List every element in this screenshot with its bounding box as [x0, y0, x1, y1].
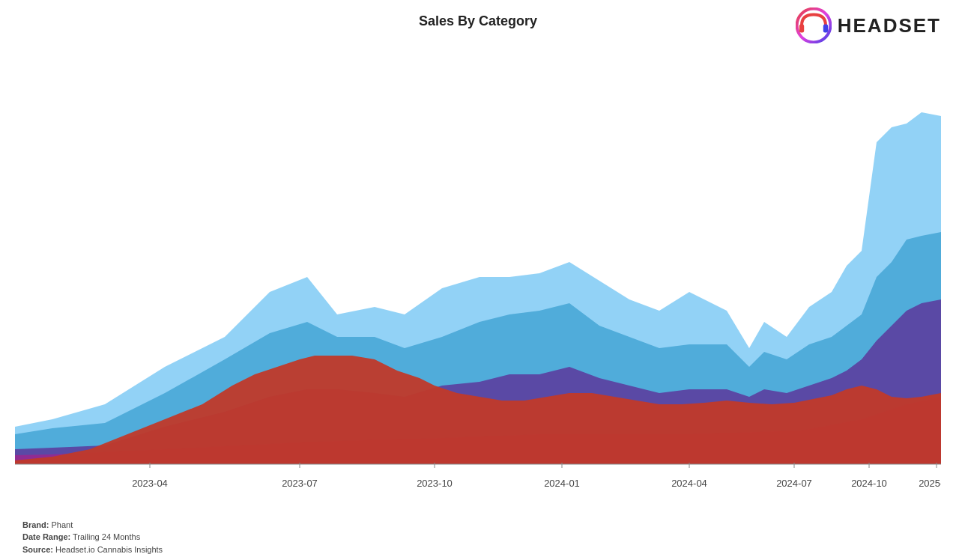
- source-label: Source:: [22, 545, 53, 554]
- date-range-label: Date Range:: [22, 532, 70, 541]
- svg-text:2023-07: 2023-07: [282, 478, 318, 489]
- brand-label: Brand:: [22, 520, 49, 529]
- logo-text: HEADSET: [838, 14, 941, 37]
- svg-text:2024-10: 2024-10: [851, 478, 887, 489]
- date-range-value: Trailing 24 Months: [73, 532, 140, 541]
- headset-logo-icon: [796, 7, 832, 43]
- svg-text:2024-01: 2024-01: [544, 478, 580, 489]
- svg-rect-2: [823, 24, 828, 32]
- area-chart: 2023-04 2023-07 2023-10 2024-01 2024-04 …: [15, 45, 941, 500]
- footer-info: Brand: Phant Date Range: Trailing 24 Mon…: [22, 519, 163, 556]
- svg-text:2025-01: 2025-01: [919, 478, 941, 489]
- source-value: Headset.io Cannabis Insights: [55, 545, 163, 554]
- svg-rect-1: [799, 24, 804, 32]
- svg-text:2024-04: 2024-04: [671, 478, 707, 489]
- source-line: Source: Headset.io Cannabis Insights: [22, 544, 163, 556]
- date-range-line: Date Range: Trailing 24 Months: [22, 531, 163, 544]
- logo-area: HEADSET: [796, 7, 941, 43]
- brand-value: Phant: [52, 520, 73, 529]
- svg-text:2023-04: 2023-04: [132, 478, 168, 489]
- chart-container: HEADSET Sales By Category Concentrates E…: [0, 0, 956, 560]
- svg-text:2023-10: 2023-10: [417, 478, 453, 489]
- svg-text:2024-07: 2024-07: [776, 478, 812, 489]
- brand-line: Brand: Phant: [22, 519, 163, 532]
